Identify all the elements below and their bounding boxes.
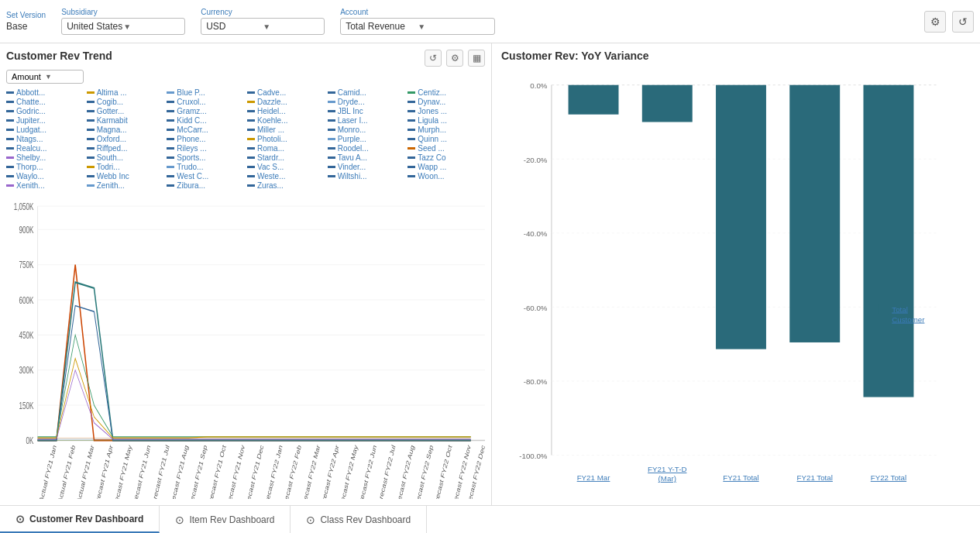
legend-item-18[interactable]: Jupiter... [6, 116, 84, 125]
svg-text:Customer: Customer [892, 315, 925, 324]
legend-item-13[interactable]: Gotter... [87, 107, 164, 115]
bar-fy21-total-2[interactable] [789, 85, 840, 342]
legend-item-20[interactable]: Kidd C... [167, 116, 244, 125]
legend-item-48[interactable]: Thorp... [6, 163, 84, 171]
legend-item-10[interactable]: Dryde... [328, 98, 405, 106]
legend-item-21[interactable]: Koehle... [247, 116, 325, 125]
legend-dot-53 [407, 166, 415, 168]
legend-item-0[interactable]: Abbott... [6, 88, 84, 97]
refresh-button[interactable]: ↺ [952, 11, 974, 33]
legend-item-41[interactable]: Seed ... [407, 144, 485, 153]
legend-item-47[interactable]: Tazz Co [407, 153, 485, 162]
legend-item-38[interactable]: Rileys ... [167, 144, 244, 153]
left-grid-button[interactable]: ▦ [468, 50, 485, 67]
legend-item-19[interactable]: Karmabit [87, 116, 164, 125]
legend-label-8: Cruxol... [177, 98, 205, 106]
legend-item-56[interactable]: West C... [167, 172, 244, 181]
legend-item-22[interactable]: Laser I... [328, 116, 405, 125]
legend-item-14[interactable]: Gramz... [167, 107, 244, 115]
legend-dot-58 [328, 175, 335, 177]
bar-fy21-ytd[interactable] [642, 85, 693, 122]
legend-item-35[interactable]: Quinn ... [407, 135, 485, 143]
legend-item-7[interactable]: Cogib... [87, 98, 164, 106]
legend-item-15[interactable]: Heidel... [247, 107, 325, 115]
legend-item-50[interactable]: Trudo... [167, 163, 244, 171]
legend-item-44[interactable]: Sports... [167, 153, 244, 162]
legend-label-1: Altima ... [97, 88, 127, 97]
legend-item-42[interactable]: Shelby... [6, 153, 84, 162]
legend-item-34[interactable]: Purple... [328, 135, 405, 143]
legend-label-28: Monro... [338, 126, 366, 134]
account-dropdown[interactable]: Total Revenue ▼ [340, 18, 495, 35]
legend-item-30[interactable]: Ntags... [6, 135, 84, 143]
legend-item-16[interactable]: JBL Inc [328, 107, 405, 115]
legend-item-25[interactable]: Magna... [87, 126, 164, 134]
tab-0[interactable]: ⊙Customer Rev Dashboard [0, 506, 160, 533]
legend-item-33[interactable]: Photoli... [247, 135, 325, 143]
settings-button[interactable]: ⚙ [924, 11, 946, 33]
legend-item-62[interactable]: Zibura... [167, 181, 244, 190]
amount-dropdown[interactable]: Amount ▼ [6, 70, 84, 84]
legend-item-39[interactable]: Roma... [247, 144, 325, 153]
legend-label-61: Zenith... [97, 181, 125, 190]
legend-label-55: Webb Inc [97, 172, 129, 181]
legend-item-9[interactable]: Dazzle... [247, 98, 325, 106]
legend-item-24[interactable]: Ludgat... [6, 126, 84, 134]
legend-item-29[interactable]: Murph... [407, 126, 485, 134]
svg-text:0.0%: 0.0% [530, 81, 548, 90]
legend-item-49[interactable]: Todri... [87, 163, 164, 171]
left-refresh-button[interactable]: ↺ [425, 50, 442, 67]
legend-item-1[interactable]: Altima ... [87, 88, 164, 97]
svg-text:Forecast FY21 Oct: Forecast FY21 Oct [205, 443, 227, 499]
tab-2[interactable]: ⊙Class Rev Dashboard [291, 506, 427, 533]
legend-item-59[interactable]: Woon... [407, 172, 485, 181]
bar-fy22-total[interactable] [863, 85, 913, 397]
bar-fy21-mar[interactable] [569, 85, 619, 115]
legend-item-17[interactable]: Jones ... [407, 107, 485, 115]
legend-item-52[interactable]: Vinder... [328, 163, 405, 171]
legend-item-6[interactable]: Chatte... [6, 98, 84, 106]
subsidiary-arrow-icon: ▼ [123, 22, 180, 31]
legend-item-12[interactable]: Godric... [6, 107, 84, 115]
legend-item-54[interactable]: Waylo... [6, 172, 84, 181]
legend-item-46[interactable]: Tavu A... [328, 153, 405, 162]
legend-item-51[interactable]: Vac S... [247, 163, 325, 171]
legend-item-3[interactable]: Cadve... [247, 88, 325, 97]
subsidiary-dropdown[interactable]: United States ▼ [61, 18, 185, 35]
legend-dot-50 [167, 166, 174, 168]
legend-item-57[interactable]: Weste... [247, 172, 325, 181]
legend-item-27[interactable]: Miller ... [247, 126, 325, 134]
tab-1[interactable]: ⊙Item Rev Dashboard [160, 506, 291, 533]
legend-item-58[interactable]: Wiltshi... [328, 172, 405, 181]
legend-dot-43 [87, 156, 95, 159]
legend-item-36[interactable]: Realcu... [6, 144, 84, 153]
set-version-label: Set Version [6, 11, 46, 19]
legend-label-34: Purple... [338, 135, 366, 143]
legend-dot-21 [247, 119, 255, 122]
legend-item-32[interactable]: Phone... [167, 135, 244, 143]
legend-item-55[interactable]: Webb Inc [87, 172, 164, 181]
legend-item-4[interactable]: Camid... [328, 88, 405, 97]
svg-text:900K: 900K [19, 225, 34, 235]
legend-item-5[interactable]: Centiz... [407, 88, 485, 97]
legend-item-28[interactable]: Monro... [328, 126, 405, 134]
currency-dropdown[interactable]: USD ▼ [201, 18, 325, 35]
legend-item-60[interactable]: Xenith... [6, 181, 84, 190]
legend-item-40[interactable]: Roodel... [328, 144, 405, 153]
legend-item-23[interactable]: Ligula ... [407, 116, 485, 125]
legend-item-63[interactable]: Zuras... [247, 181, 325, 190]
legend-item-37[interactable]: Riffped... [87, 144, 164, 153]
legend-item-11[interactable]: Dynav... [407, 98, 485, 106]
legend-item-2[interactable]: Blue P... [167, 88, 244, 97]
legend-item-61[interactable]: Zenith... [87, 181, 164, 190]
svg-text:Forecast FY22 Apr: Forecast FY22 Apr [318, 444, 340, 499]
legend-label-9: Dazzle... [257, 98, 287, 106]
left-settings-button[interactable]: ⚙ [446, 50, 463, 67]
legend-item-53[interactable]: Wapp ... [407, 163, 485, 171]
bar-fy21-total-1[interactable] [716, 85, 766, 349]
legend-item-45[interactable]: Stardr... [247, 153, 325, 162]
legend-item-31[interactable]: Oxford... [87, 135, 164, 143]
legend-item-8[interactable]: Cruxol... [167, 98, 244, 106]
legend-item-26[interactable]: McCarr... [167, 126, 244, 134]
legend-item-43[interactable]: South... [87, 153, 164, 162]
